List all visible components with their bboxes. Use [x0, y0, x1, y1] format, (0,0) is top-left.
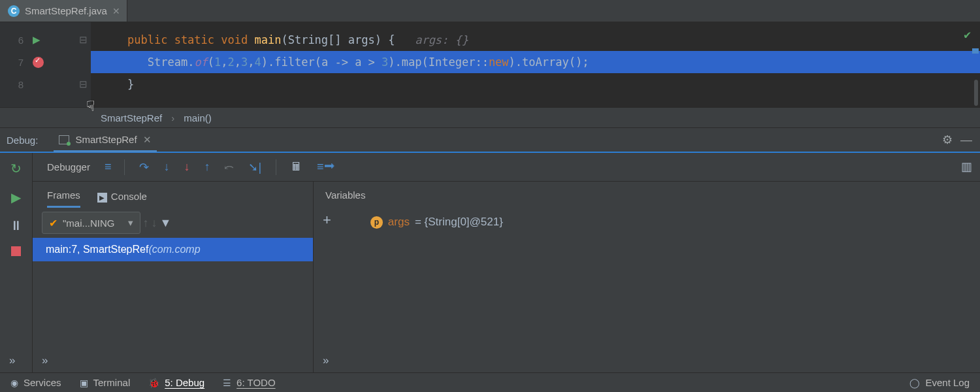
- add-watch-icon[interactable]: +: [323, 212, 331, 229]
- crumb-class[interactable]: SmartStepRef: [101, 112, 162, 123]
- status-event-log[interactable]: ◯Event Log: [909, 377, 970, 388]
- line-number: 8: [14, 79, 24, 90]
- code-text: of: [194, 56, 207, 69]
- debug-label: Debug:: [7, 135, 46, 146]
- close-icon[interactable]: ✕: [143, 134, 152, 146]
- fold-toggle[interactable]: ⊟: [75, 29, 91, 51]
- file-tab-smartstepref[interactable]: C SmartStepRef.java ✕: [0, 0, 127, 22]
- more-icon[interactable]: »: [42, 354, 49, 367]
- method-name: main: [254, 33, 281, 46]
- terminal-icon: ▣: [80, 378, 88, 388]
- chevron-down-icon[interactable]: ▾: [120, 217, 133, 229]
- threads-icon[interactable]: ≡: [105, 160, 110, 174]
- debugger-toolbar: Debugger ≡ ↷ ↓ ↓ ↑ ⤺ ➘| 🖩 ≡⮕ ▥: [33, 153, 980, 182]
- inline-hint: args: {}: [415, 33, 468, 46]
- status-terminal[interactable]: ▣Terminal: [80, 377, 131, 388]
- debug-body: ↻ ▶ ⏸ » Debugger ≡ ↷ ↓ ↓ ↑ ⤺ ➘| 🖩 ≡⮕ ▥ F…: [0, 153, 980, 372]
- play-circle-icon: ◉: [10, 378, 18, 388]
- code-editor[interactable]: 6 ▶ 7 8 ⊟ ⊟ public static void main(Stri…: [0, 22, 980, 107]
- gutter: 6 ▶ 7 8: [0, 22, 75, 107]
- thread-selector[interactable]: ✔ "mai...NING ▾: [42, 212, 140, 234]
- status-bar: ◉Services ▣Terminal 🐞5: Debug ☰6: TODO ◯…: [0, 372, 980, 392]
- execution-line[interactable]: Stream.of(1,2,3,4).filter(a -> a > 3).ma…: [91, 51, 980, 73]
- variables-panel: Variables + p args = {String[0]@521} »: [314, 182, 980, 372]
- stack-frame[interactable]: main:7, SmartStepRef (com.comp: [33, 238, 313, 261]
- gear-icon[interactable]: ⚙: [942, 133, 953, 147]
- evaluate-icon[interactable]: 🖩: [291, 160, 302, 174]
- code-area[interactable]: public static void main(String[] args) {…: [91, 22, 980, 107]
- application-icon: [59, 135, 69, 144]
- inspection-ok-icon[interactable]: ✔: [964, 27, 971, 41]
- pause-icon[interactable]: ⏸: [10, 218, 23, 233]
- status-services[interactable]: ◉Services: [10, 377, 61, 388]
- class-icon: C: [8, 5, 20, 17]
- debug-main: Debugger ≡ ↷ ↓ ↓ ↑ ⤺ ➘| 🖩 ≡⮕ ▥ Frames ▶C…: [33, 153, 980, 372]
- run-to-cursor-icon[interactable]: ➘|: [248, 160, 261, 174]
- more-icon[interactable]: »: [323, 354, 330, 367]
- bug-icon: 🐞: [148, 378, 159, 388]
- drop-frame-icon[interactable]: ⤺: [224, 160, 234, 174]
- minimize-icon[interactable]: —: [960, 133, 980, 147]
- checkmark-icon: ✔: [49, 217, 57, 229]
- breadcrumb: SmartStepRef › main(): [0, 107, 980, 128]
- line-number: 6: [14, 35, 24, 46]
- execution-marker-icon: [972, 48, 979, 54]
- fold-column: ⊟ ⊟: [75, 22, 91, 107]
- code-text: Stream.: [148, 56, 195, 69]
- tab-frames[interactable]: Frames: [47, 189, 80, 208]
- balloon-icon: ◯: [909, 378, 920, 388]
- list-icon: ☰: [223, 378, 231, 388]
- frames-panel: Frames ▶Console ✔ "mai...NING ▾ ↑ ↓ ▼ ma…: [33, 182, 314, 372]
- variable-value: = {String[0]@521}: [415, 216, 503, 229]
- close-icon[interactable]: ✕: [112, 6, 120, 16]
- rerun-icon[interactable]: ↻: [10, 161, 22, 176]
- variable-name: args: [388, 216, 410, 229]
- run-config-tab[interactable]: SmartStepRef ✕: [54, 129, 156, 152]
- code-text: (String[] args) {: [281, 33, 395, 46]
- prev-frame-icon[interactable]: ↑: [143, 216, 149, 230]
- debug-left-rail: ↻ ▶ ⏸ »: [0, 153, 33, 372]
- filter-icon[interactable]: ▼: [160, 216, 172, 230]
- scrollbar-thumb[interactable]: [974, 80, 978, 106]
- frame-text: main:7, SmartStepRef: [46, 244, 148, 255]
- line-number: 7: [14, 57, 24, 68]
- more-icon[interactable]: »: [9, 354, 16, 367]
- tab-console[interactable]: ▶Console: [97, 191, 147, 208]
- crumb-method[interactable]: main(): [184, 112, 212, 123]
- status-todo[interactable]: ☰6: TODO: [223, 377, 275, 388]
- console-icon: ▶: [97, 193, 107, 203]
- keyword: public static void: [127, 33, 248, 46]
- thread-label: "mai...NING: [63, 218, 115, 229]
- resume-icon[interactable]: ▶: [11, 189, 21, 205]
- layout-settings-icon[interactable]: ▥: [961, 159, 972, 174]
- step-out-icon[interactable]: ↑: [204, 160, 210, 174]
- trace-icon[interactable]: ≡⮕: [317, 160, 336, 174]
- next-frame-icon[interactable]: ↓: [152, 216, 157, 230]
- breakpoint-icon[interactable]: [33, 57, 44, 68]
- debug-tool-window-header: Debug: SmartStepRef ✕ ⚙ —: [0, 128, 980, 153]
- step-into-icon[interactable]: ↓: [163, 160, 169, 174]
- force-step-into-icon[interactable]: ↓: [184, 160, 189, 174]
- variables-header: Variables: [314, 182, 980, 208]
- code-text: }: [127, 78, 134, 91]
- fold-toggle[interactable]: ⊟: [75, 73, 91, 95]
- frame-package: (com.comp: [148, 244, 200, 255]
- stop-icon[interactable]: [11, 246, 21, 256]
- step-over-icon[interactable]: ↷: [139, 160, 149, 174]
- status-debug[interactable]: 🐞5: Debug: [148, 377, 204, 388]
- file-tab-label: SmartStepRef.java: [25, 5, 107, 16]
- variable-row[interactable]: p args = {String[0]@521}: [344, 212, 503, 229]
- run-config-label: SmartStepRef: [75, 134, 137, 145]
- editor-tabs-bar: C SmartStepRef.java ✕: [0, 0, 980, 22]
- param-badge-icon: p: [370, 216, 383, 229]
- chevron-right-icon: ›: [171, 112, 174, 123]
- run-gutter-icon[interactable]: ▶: [33, 34, 41, 46]
- tab-debugger[interactable]: Debugger: [47, 161, 90, 172]
